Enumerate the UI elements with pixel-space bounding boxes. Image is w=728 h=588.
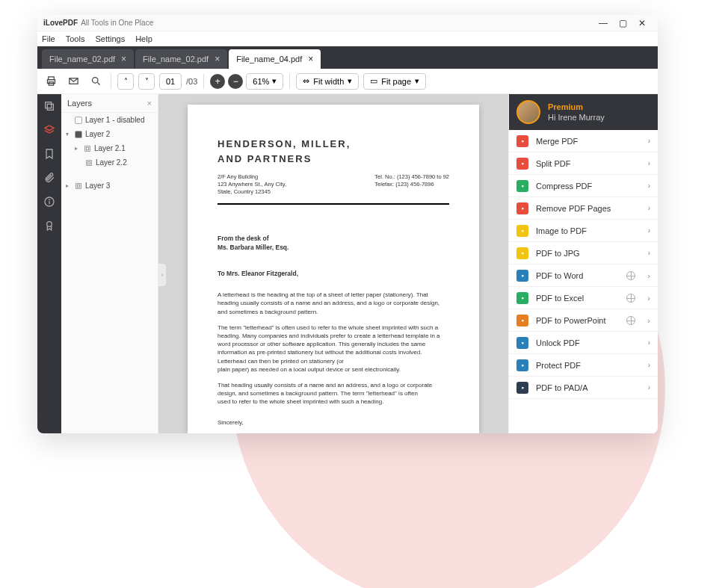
tool-item-pdf-to-word[interactable]: ▪PDF to Word›	[509, 264, 658, 287]
layer-row[interactable]: ▸Layer 3	[61, 179, 158, 193]
user-greeting: Hi Irene Murray	[548, 112, 605, 123]
zoom-value[interactable]: 61%▾	[246, 73, 283, 90]
layer-row[interactable]: ▾Layer 2	[61, 127, 158, 141]
tool-item-protect-pdf[interactable]: ▪Protect PDF›	[509, 354, 658, 377]
tool-label: PDF to PAD/A	[536, 383, 587, 392]
fit-width-icon: ⇔	[303, 76, 309, 86]
page-input[interactable]	[159, 73, 182, 90]
layer-row[interactable]: ▸Layer 2.1	[61, 141, 158, 155]
layers-icon[interactable]	[42, 123, 57, 137]
svg-rect-7	[46, 102, 52, 108]
tool-label: PDF to PowerPoint	[536, 316, 606, 325]
chevron-right-icon: ›	[648, 361, 650, 369]
ribbon-icon[interactable]	[42, 218, 57, 233]
doc-desk-2: Ms. Barbara Miller, Esq.	[218, 244, 449, 253]
chevron-right-icon: ›	[648, 159, 650, 167]
document-page: HENDERSON, MILLER, AND PARTNERS 2/F Any …	[188, 105, 479, 433]
fit-page-button[interactable]: ▭Fit page▾	[363, 73, 426, 90]
tool-icon: ▪	[516, 135, 528, 147]
menubar: File Tools Settings Help	[37, 31, 658, 46]
page-down-button[interactable]: ˅	[138, 73, 155, 90]
close-button[interactable]: ✕	[632, 18, 652, 28]
svg-rect-14	[87, 160, 92, 165]
tool-item-compress-pdf[interactable]: ▪Compress PDF›	[509, 175, 658, 197]
zoom-in-button[interactable]: +	[210, 74, 225, 89]
layer-row[interactable]: Layer 1 - disabled	[61, 113, 158, 127]
checkbox[interactable]	[75, 131, 82, 138]
app-window: iLovePDF All Tools in One Place — ▢ ✕ Fi…	[37, 15, 658, 433]
user-box[interactable]: Premium Hi Irene Murray	[509, 94, 658, 130]
doc-paragraph: A letterhead is the heading at the top o…	[218, 291, 449, 316]
document-viewer[interactable]: › HENDERSON, MILLER, AND PARTNERS 2/F An…	[158, 94, 508, 433]
tool-icon: ▪	[516, 337, 528, 349]
tab-1[interactable]: File_name_02.pdf×	[135, 49, 227, 69]
bookmark-icon[interactable]	[42, 146, 57, 161]
tool-item-pdf-to-excel[interactable]: ▪PDF to Excel›	[509, 287, 658, 309]
tab-label: File_name_02.pdf	[143, 55, 209, 64]
tab-2[interactable]: File_name_04.pdf×	[229, 49, 321, 69]
layer-label: Layer 2	[85, 130, 110, 138]
menu-file[interactable]: File	[42, 34, 55, 43]
chevron-right-icon[interactable]: ▸	[66, 182, 72, 189]
tools-sidebar: Premium Hi Irene Murray ▪Merge PDF›▪Spli…	[508, 94, 658, 433]
page-up-button[interactable]: ˄	[117, 73, 134, 90]
menu-help[interactable]: Help	[135, 34, 152, 43]
tool-label: Merge PDF	[536, 137, 578, 146]
maximize-button[interactable]: ▢	[613, 18, 632, 28]
menu-settings[interactable]: Settings	[95, 34, 125, 43]
doc-paragraph: The term "letterhead" is often used to r…	[218, 324, 449, 365]
copy-icon[interactable]	[42, 99, 57, 114]
doc-to: To Mrs. Eleanor Fitzgerald,	[218, 270, 449, 279]
tool-item-image-to-pdf[interactable]: ▪Image to PDF›	[509, 220, 658, 242]
layer-row[interactable]: Layer 2.2	[61, 155, 158, 170]
chevron-right-icon: ›	[647, 271, 650, 280]
zoom-out-button[interactable]: −	[228, 74, 243, 89]
layer-label: Layer 3	[85, 182, 110, 190]
tool-item-unlock-pdf[interactable]: ▪Unlock PDF›	[509, 332, 658, 354]
info-icon[interactable]	[42, 194, 57, 209]
tool-icon: ▪	[516, 158, 528, 170]
tool-label: Unlock PDF	[536, 338, 580, 347]
tool-item-pdf-to-pad-a[interactable]: ▪PDF to PAD/A›	[509, 377, 658, 399]
tool-icon: ▪	[516, 270, 528, 282]
menu-tools[interactable]: Tools	[66, 34, 85, 43]
collapse-handle[interactable]: ›	[158, 264, 166, 286]
titlebar: iLovePDF All Tools in One Place — ▢ ✕	[37, 15, 658, 31]
chevron-right-icon: ›	[648, 226, 650, 235]
close-icon[interactable]: ×	[215, 54, 220, 64]
chevron-down-icon: ▾	[272, 76, 277, 86]
doc-heading-1: HENDERSON, MILLER,	[218, 137, 449, 151]
tool-item-pdf-to-jpg[interactable]: ▪PDF to JPG›	[509, 242, 658, 264]
chevron-right-icon: ›	[648, 383, 650, 392]
chevron-right-icon: ›	[647, 294, 650, 303]
close-icon[interactable]: ×	[121, 54, 126, 64]
search-icon[interactable]	[87, 72, 105, 90]
tab-label: File_name_02.pdf	[49, 55, 115, 64]
doc-address-left: 2/F Any Building 123 Anywhere St., Any C…	[218, 173, 286, 195]
print-icon[interactable]	[42, 72, 60, 90]
tab-0[interactable]: File_name_02.pdf×	[42, 49, 134, 69]
app-subtitle: All Tools in One Place	[81, 19, 153, 27]
minimize-button[interactable]: —	[593, 18, 613, 28]
fit-width-button[interactable]: ⇔Fit width▾	[296, 73, 359, 90]
checkbox[interactable]	[75, 117, 82, 124]
tool-label: PDF to JPG	[536, 249, 580, 258]
chevron-right-icon: ›	[648, 137, 650, 145]
tool-icon: ▪	[516, 180, 528, 192]
attachment-icon[interactable]	[42, 170, 57, 185]
chevron-right-icon[interactable]: ▸	[75, 145, 81, 152]
close-icon[interactable]: ×	[308, 54, 313, 64]
tool-label: Split PDF	[536, 159, 570, 168]
svg-point-11	[47, 222, 52, 227]
mail-icon[interactable]	[64, 72, 82, 90]
svg-point-10	[49, 199, 50, 200]
doc-paragraph: used to refer to the whole sheet imprint…	[218, 397, 449, 406]
tool-item-split-pdf[interactable]: ▪Split PDF›	[509, 152, 658, 175]
tool-item-pdf-to-powerpoint[interactable]: ▪PDF to PowerPoint›	[509, 309, 658, 332]
chevron-down-icon[interactable]: ▾	[66, 131, 72, 137]
doc-heading-2: AND PARTNERS	[218, 152, 449, 166]
close-icon[interactable]: ×	[147, 99, 152, 108]
tool-item-remove-pdf-pages[interactable]: ▪Remove PDF Pages›	[509, 197, 658, 220]
tool-item-merge-pdf[interactable]: ▪Merge PDF›	[509, 130, 658, 152]
avatar	[516, 100, 540, 124]
